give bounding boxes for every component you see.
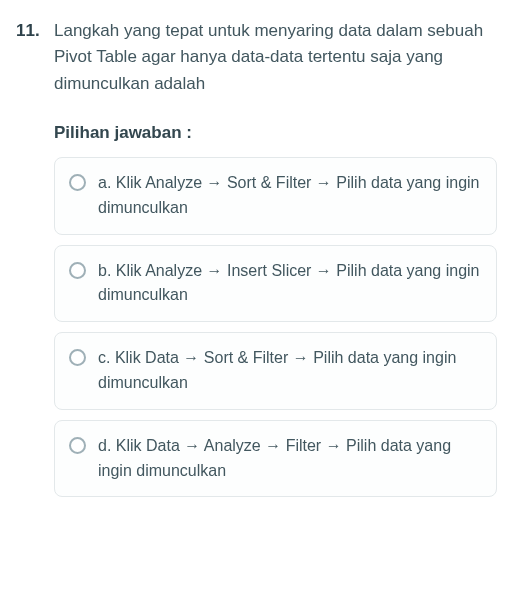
question-number: 11. [16, 18, 40, 97]
question-row: 11. Langkah yang tepat untuk menyaring d… [16, 18, 497, 97]
radio-icon[interactable] [69, 437, 86, 454]
option-label: b. Klik Analyze → Insert Slicer → Pilih … [98, 259, 480, 309]
option-label: d. Klik Data → Analyze → Filter → Pilih … [98, 434, 480, 484]
option-b[interactable]: b. Klik Analyze → Insert Slicer → Pilih … [54, 245, 497, 323]
question-text: Langkah yang tepat untuk menyaring data … [54, 18, 497, 97]
option-a[interactable]: a. Klik Analyze → Sort & Filter → Pilih … [54, 157, 497, 235]
answers-heading: Pilihan jawaban : [54, 123, 497, 143]
radio-icon[interactable] [69, 262, 86, 279]
option-label: c. Klik Data → Sort & Filter → Pilih dat… [98, 346, 480, 396]
radio-icon[interactable] [69, 174, 86, 191]
option-d[interactable]: d. Klik Data → Analyze → Filter → Pilih … [54, 420, 497, 498]
radio-icon[interactable] [69, 349, 86, 366]
answers-block: Pilihan jawaban : a. Klik Analyze → Sort… [16, 123, 497, 497]
option-c[interactable]: c. Klik Data → Sort & Filter → Pilih dat… [54, 332, 497, 410]
option-label: a. Klik Analyze → Sort & Filter → Pilih … [98, 171, 480, 221]
